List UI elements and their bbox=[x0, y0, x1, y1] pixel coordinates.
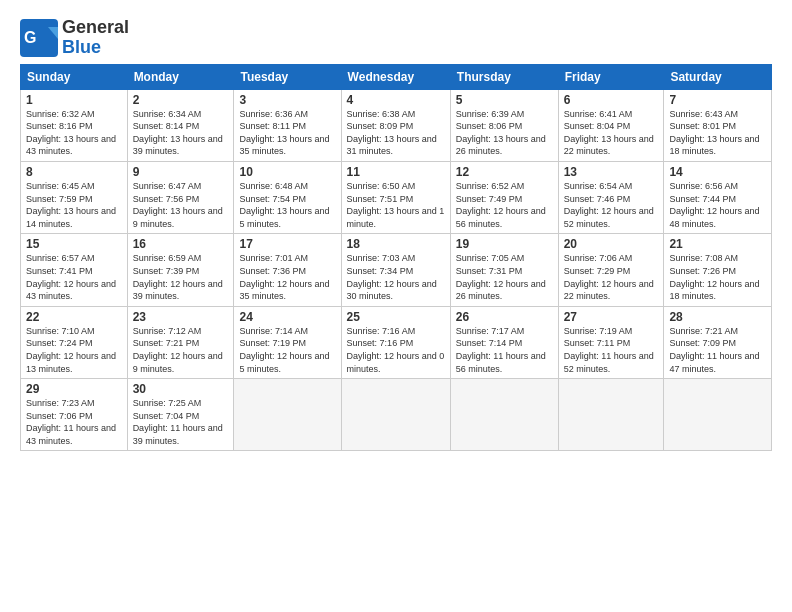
day-info: Sunrise: 6:39 AMSunset: 8:06 PMDaylight:… bbox=[456, 108, 553, 158]
page: G General Blue SundayMondayTuesdayWednes… bbox=[0, 0, 792, 461]
calendar-cell bbox=[664, 379, 772, 451]
calendar-cell: 22Sunrise: 7:10 AMSunset: 7:24 PMDayligh… bbox=[21, 306, 128, 378]
day-info: Sunrise: 7:25 AMSunset: 7:04 PMDaylight:… bbox=[133, 397, 229, 447]
calendar-cell: 5Sunrise: 6:39 AMSunset: 8:06 PMDaylight… bbox=[450, 89, 558, 161]
calendar-cell: 4Sunrise: 6:38 AMSunset: 8:09 PMDaylight… bbox=[341, 89, 450, 161]
calendar-cell bbox=[450, 379, 558, 451]
calendar-cell: 10Sunrise: 6:48 AMSunset: 7:54 PMDayligh… bbox=[234, 161, 341, 233]
day-number: 4 bbox=[347, 93, 445, 107]
day-info: Sunrise: 6:54 AMSunset: 7:46 PMDaylight:… bbox=[564, 180, 659, 230]
calendar-cell: 12Sunrise: 6:52 AMSunset: 7:49 PMDayligh… bbox=[450, 161, 558, 233]
day-info: Sunrise: 7:08 AMSunset: 7:26 PMDaylight:… bbox=[669, 252, 766, 302]
calendar-week-row: 22Sunrise: 7:10 AMSunset: 7:24 PMDayligh… bbox=[21, 306, 772, 378]
day-number: 6 bbox=[564, 93, 659, 107]
logo-icon: G bbox=[20, 19, 58, 57]
calendar-cell: 26Sunrise: 7:17 AMSunset: 7:14 PMDayligh… bbox=[450, 306, 558, 378]
day-number: 23 bbox=[133, 310, 229, 324]
calendar-cell: 14Sunrise: 6:56 AMSunset: 7:44 PMDayligh… bbox=[664, 161, 772, 233]
day-info: Sunrise: 6:48 AMSunset: 7:54 PMDaylight:… bbox=[239, 180, 335, 230]
day-info: Sunrise: 7:14 AMSunset: 7:19 PMDaylight:… bbox=[239, 325, 335, 375]
day-number: 7 bbox=[669, 93, 766, 107]
day-number: 28 bbox=[669, 310, 766, 324]
day-info: Sunrise: 7:23 AMSunset: 7:06 PMDaylight:… bbox=[26, 397, 122, 447]
day-number: 3 bbox=[239, 93, 335, 107]
calendar-cell: 7Sunrise: 6:43 AMSunset: 8:01 PMDaylight… bbox=[664, 89, 772, 161]
day-number: 16 bbox=[133, 237, 229, 251]
day-info: Sunrise: 7:05 AMSunset: 7:31 PMDaylight:… bbox=[456, 252, 553, 302]
day-number: 5 bbox=[456, 93, 553, 107]
calendar-cell: 25Sunrise: 7:16 AMSunset: 7:16 PMDayligh… bbox=[341, 306, 450, 378]
calendar-cell: 1Sunrise: 6:32 AMSunset: 8:16 PMDaylight… bbox=[21, 89, 128, 161]
day-info: Sunrise: 7:21 AMSunset: 7:09 PMDaylight:… bbox=[669, 325, 766, 375]
calendar-cell: 30Sunrise: 7:25 AMSunset: 7:04 PMDayligh… bbox=[127, 379, 234, 451]
weekday-header: Saturday bbox=[664, 64, 772, 89]
calendar-cell: 19Sunrise: 7:05 AMSunset: 7:31 PMDayligh… bbox=[450, 234, 558, 306]
weekday-header: Wednesday bbox=[341, 64, 450, 89]
calendar-cell: 20Sunrise: 7:06 AMSunset: 7:29 PMDayligh… bbox=[558, 234, 664, 306]
day-info: Sunrise: 7:10 AMSunset: 7:24 PMDaylight:… bbox=[26, 325, 122, 375]
day-info: Sunrise: 6:50 AMSunset: 7:51 PMDaylight:… bbox=[347, 180, 445, 230]
day-number: 24 bbox=[239, 310, 335, 324]
calendar-cell: 17Sunrise: 7:01 AMSunset: 7:36 PMDayligh… bbox=[234, 234, 341, 306]
day-number: 20 bbox=[564, 237, 659, 251]
calendar-week-row: 1Sunrise: 6:32 AMSunset: 8:16 PMDaylight… bbox=[21, 89, 772, 161]
day-info: Sunrise: 6:45 AMSunset: 7:59 PMDaylight:… bbox=[26, 180, 122, 230]
calendar-cell: 13Sunrise: 6:54 AMSunset: 7:46 PMDayligh… bbox=[558, 161, 664, 233]
day-number: 26 bbox=[456, 310, 553, 324]
day-number: 29 bbox=[26, 382, 122, 396]
logo-blue: Blue bbox=[62, 38, 129, 58]
logo-general: General bbox=[62, 18, 129, 38]
calendar-cell: 27Sunrise: 7:19 AMSunset: 7:11 PMDayligh… bbox=[558, 306, 664, 378]
calendar-cell: 6Sunrise: 6:41 AMSunset: 8:04 PMDaylight… bbox=[558, 89, 664, 161]
day-info: Sunrise: 6:38 AMSunset: 8:09 PMDaylight:… bbox=[347, 108, 445, 158]
calendar-cell: 18Sunrise: 7:03 AMSunset: 7:34 PMDayligh… bbox=[341, 234, 450, 306]
calendar-week-row: 8Sunrise: 6:45 AMSunset: 7:59 PMDaylight… bbox=[21, 161, 772, 233]
day-info: Sunrise: 7:06 AMSunset: 7:29 PMDaylight:… bbox=[564, 252, 659, 302]
day-info: Sunrise: 6:56 AMSunset: 7:44 PMDaylight:… bbox=[669, 180, 766, 230]
calendar-cell: 21Sunrise: 7:08 AMSunset: 7:26 PMDayligh… bbox=[664, 234, 772, 306]
day-info: Sunrise: 6:47 AMSunset: 7:56 PMDaylight:… bbox=[133, 180, 229, 230]
svg-text:G: G bbox=[24, 29, 36, 46]
day-info: Sunrise: 6:41 AMSunset: 8:04 PMDaylight:… bbox=[564, 108, 659, 158]
calendar-cell: 8Sunrise: 6:45 AMSunset: 7:59 PMDaylight… bbox=[21, 161, 128, 233]
day-number: 1 bbox=[26, 93, 122, 107]
day-number: 19 bbox=[456, 237, 553, 251]
calendar-week-row: 29Sunrise: 7:23 AMSunset: 7:06 PMDayligh… bbox=[21, 379, 772, 451]
day-number: 14 bbox=[669, 165, 766, 179]
calendar: SundayMondayTuesdayWednesdayThursdayFrid… bbox=[20, 64, 772, 452]
calendar-cell: 2Sunrise: 6:34 AMSunset: 8:14 PMDaylight… bbox=[127, 89, 234, 161]
calendar-cell bbox=[558, 379, 664, 451]
day-number: 11 bbox=[347, 165, 445, 179]
calendar-cell bbox=[234, 379, 341, 451]
weekday-header: Thursday bbox=[450, 64, 558, 89]
day-info: Sunrise: 6:43 AMSunset: 8:01 PMDaylight:… bbox=[669, 108, 766, 158]
day-number: 10 bbox=[239, 165, 335, 179]
day-number: 17 bbox=[239, 237, 335, 251]
day-info: Sunrise: 7:16 AMSunset: 7:16 PMDaylight:… bbox=[347, 325, 445, 375]
weekday-header: Tuesday bbox=[234, 64, 341, 89]
calendar-cell: 11Sunrise: 6:50 AMSunset: 7:51 PMDayligh… bbox=[341, 161, 450, 233]
calendar-header-row: SundayMondayTuesdayWednesdayThursdayFrid… bbox=[21, 64, 772, 89]
calendar-cell: 16Sunrise: 6:59 AMSunset: 7:39 PMDayligh… bbox=[127, 234, 234, 306]
day-number: 21 bbox=[669, 237, 766, 251]
day-info: Sunrise: 6:57 AMSunset: 7:41 PMDaylight:… bbox=[26, 252, 122, 302]
day-number: 8 bbox=[26, 165, 122, 179]
day-number: 18 bbox=[347, 237, 445, 251]
calendar-cell: 9Sunrise: 6:47 AMSunset: 7:56 PMDaylight… bbox=[127, 161, 234, 233]
calendar-cell: 3Sunrise: 6:36 AMSunset: 8:11 PMDaylight… bbox=[234, 89, 341, 161]
day-info: Sunrise: 6:32 AMSunset: 8:16 PMDaylight:… bbox=[26, 108, 122, 158]
day-info: Sunrise: 7:03 AMSunset: 7:34 PMDaylight:… bbox=[347, 252, 445, 302]
day-number: 30 bbox=[133, 382, 229, 396]
day-info: Sunrise: 6:59 AMSunset: 7:39 PMDaylight:… bbox=[133, 252, 229, 302]
calendar-cell bbox=[341, 379, 450, 451]
logo: G General Blue bbox=[20, 18, 129, 58]
day-info: Sunrise: 7:12 AMSunset: 7:21 PMDaylight:… bbox=[133, 325, 229, 375]
day-number: 2 bbox=[133, 93, 229, 107]
calendar-cell: 29Sunrise: 7:23 AMSunset: 7:06 PMDayligh… bbox=[21, 379, 128, 451]
day-info: Sunrise: 6:52 AMSunset: 7:49 PMDaylight:… bbox=[456, 180, 553, 230]
weekday-header: Monday bbox=[127, 64, 234, 89]
calendar-week-row: 15Sunrise: 6:57 AMSunset: 7:41 PMDayligh… bbox=[21, 234, 772, 306]
day-info: Sunrise: 7:01 AMSunset: 7:36 PMDaylight:… bbox=[239, 252, 335, 302]
day-info: Sunrise: 6:34 AMSunset: 8:14 PMDaylight:… bbox=[133, 108, 229, 158]
day-number: 15 bbox=[26, 237, 122, 251]
